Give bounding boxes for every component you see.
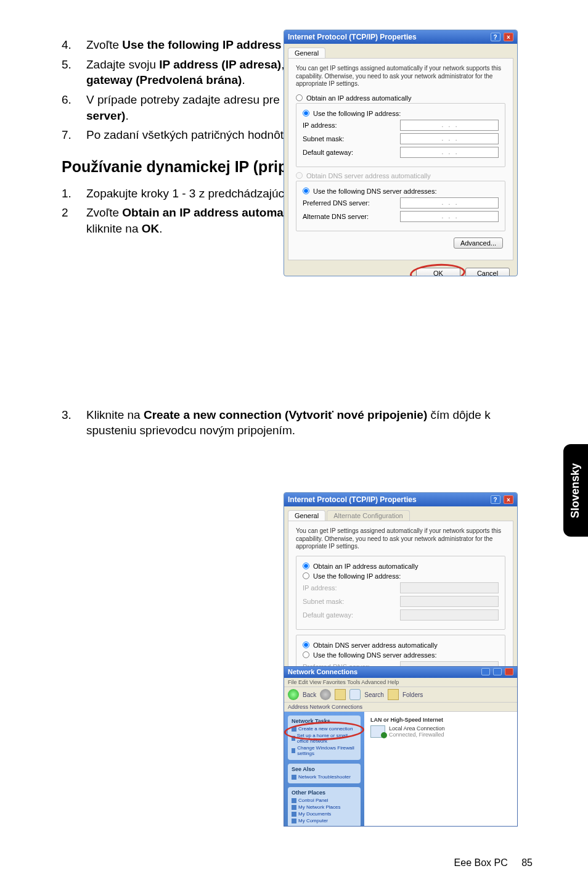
step-number: 2: [62, 205, 86, 236]
cancel-button[interactable]: Cancel: [465, 268, 510, 277]
sidebar-panel-seealso: See Also Network Troubleshooter: [288, 764, 361, 783]
page-footer: Eee Box PC 85: [454, 857, 533, 868]
search-icon[interactable]: [349, 689, 361, 700]
help-icon[interactable]: ?: [491, 495, 500, 504]
menu-bar[interactable]: File Edit View Favorites Tools Advanced …: [284, 678, 517, 687]
connection-icon: [370, 725, 385, 738]
gateway-input: [400, 609, 499, 621]
tab-general[interactable]: General: [288, 47, 325, 58]
connection-item[interactable]: Local Area Connection Connected, Firewal…: [370, 725, 511, 738]
link-firewall[interactable]: Change Windows Firewall settings: [292, 745, 357, 756]
radio-label: Use the following DNS server addresses:: [313, 188, 437, 195]
field-label-mask: Subnet mask:: [303, 598, 344, 605]
radio-input[interactable]: [303, 651, 309, 658]
window-titlebar[interactable]: Network Connections: [284, 667, 517, 678]
advanced-button[interactable]: Advanced...: [454, 237, 503, 249]
folders-label[interactable]: Folders: [402, 691, 423, 698]
link-documents[interactable]: My Documents: [292, 811, 357, 817]
dialog-description: You can get IP settings assigned automat…: [296, 65, 505, 88]
panel-title: See Also: [292, 766, 357, 772]
radio-input[interactable]: [296, 94, 303, 101]
radio-label: Use the following IP address:: [313, 572, 401, 580]
side-tab-label: Slovensky: [570, 463, 582, 518]
radio-use-dns[interactable]: Use the following DNS server addresses:: [303, 188, 499, 195]
radio-use-ip[interactable]: Use the following IP address:: [303, 110, 499, 117]
numbered-list-bot: 3. Kliknite na Create a new connection (…: [62, 407, 530, 439]
preferred-dns-input[interactable]: . . .: [400, 197, 499, 208]
radio-input: [296, 172, 303, 179]
window-title: Network Connections: [288, 668, 357, 677]
close-icon[interactable]: ×: [504, 33, 513, 41]
step-number: 7.: [62, 127, 86, 143]
field-label-ip: IP address:: [303, 584, 337, 592]
radio-label: Use the following IP address:: [313, 110, 401, 117]
dialog-title: Internet Protocol (TCP/IP) Properties: [288, 495, 417, 504]
back-label[interactable]: Back: [303, 691, 316, 698]
tcpip-properties-dialog: Internet Protocol (TCP/IP) Properties ? …: [284, 30, 518, 276]
dialog-titlebar[interactable]: Internet Protocol (TCP/IP) Properties ? …: [284, 493, 517, 506]
panel-title: Network Tasks: [292, 718, 357, 724]
page-number: 85: [521, 857, 533, 868]
step-text: Kliknite na Create a new connection (Vyt…: [86, 407, 530, 439]
forward-icon[interactable]: [320, 689, 331, 700]
address-bar[interactable]: Address Network Connections: [284, 703, 517, 712]
field-label-mask: Subnet mask:: [303, 135, 344, 142]
link-control-panel[interactable]: Control Panel: [292, 798, 357, 803]
dialog-description: You can get IP settings assigned automat…: [296, 527, 505, 551]
up-icon[interactable]: [335, 689, 346, 700]
maximize-icon[interactable]: [493, 668, 502, 675]
link-network-places[interactable]: My Network Places: [292, 804, 357, 810]
link-troubleshooter[interactable]: Network Troubleshooter: [292, 774, 357, 780]
minimize-icon[interactable]: [481, 668, 490, 675]
field-label-adns: Alternate DNS server:: [303, 213, 369, 220]
link-create-connection[interactable]: Create a new connection: [292, 726, 357, 732]
search-label[interactable]: Search: [364, 691, 384, 698]
radio-label: Obtain DNS server address automatically: [313, 642, 438, 649]
task-sidebar: Network Tasks Create a new connection Se…: [284, 712, 364, 827]
radio-obtain-ip[interactable]: Obtain an IP address automatically: [303, 563, 499, 570]
back-icon[interactable]: [288, 689, 299, 700]
ip-address-input: [400, 582, 499, 593]
step-number: 4.: [62, 37, 86, 53]
help-icon[interactable]: ?: [491, 33, 500, 41]
radio-obtain-dns[interactable]: Obtain DNS server address automatically: [303, 642, 499, 649]
sidebar-panel-other: Other Places Control Panel My Network Pl…: [288, 787, 361, 827]
step-number: 3.: [62, 407, 86, 439]
dialog-titlebar[interactable]: Internet Protocol (TCP/IP) Properties ? …: [284, 30, 517, 44]
radio-obtain-ip[interactable]: Obtain an IP address automatically: [296, 94, 505, 102]
section-heading: LAN or High-Speed Internet: [370, 717, 511, 723]
ip-address-input[interactable]: . . .: [400, 120, 499, 131]
footer-device: Eee Box PC: [454, 857, 508, 868]
close-icon[interactable]: ×: [504, 495, 513, 504]
radio-label: Use the following DNS server addresses:: [313, 651, 437, 659]
close-icon[interactable]: [505, 668, 513, 675]
radio-input[interactable]: [303, 188, 309, 194]
connections-pane: LAN or High-Speed Internet Local Area Co…: [364, 712, 517, 827]
sidebar-panel-tasks: Network Tasks Create a new connection Se…: [288, 716, 361, 760]
radio-label: Obtain an IP address automatically: [306, 94, 411, 102]
radio-use-ip[interactable]: Use the following IP address:: [303, 572, 499, 580]
tab-general[interactable]: General: [288, 510, 325, 521]
radio-input[interactable]: [303, 110, 309, 117]
radio-use-dns[interactable]: Use the following DNS server addresses:: [303, 651, 499, 659]
tab-alternate[interactable]: Alternate Configuration: [327, 510, 410, 521]
step-number: 6.: [62, 92, 86, 123]
dialog-title: Internet Protocol (TCP/IP) Properties: [288, 33, 417, 41]
gateway-input[interactable]: . . .: [400, 147, 499, 158]
toolbar: Back Search Folders: [284, 687, 517, 703]
link-setup-network[interactable]: Set up a home or small office network: [292, 733, 357, 744]
radio-input[interactable]: [303, 642, 309, 648]
subnet-mask-input[interactable]: . . .: [400, 133, 499, 144]
link-computer[interactable]: My Computer: [292, 818, 357, 823]
radio-input[interactable]: [303, 563, 309, 569]
step-number: 1.: [62, 186, 86, 202]
network-connections-window: Network Connections File Edit View Favor…: [284, 666, 518, 827]
panel-title: Other Places: [292, 790, 357, 796]
ok-button[interactable]: OK: [416, 268, 460, 277]
radio-label: Obtain DNS server address automatically: [306, 172, 431, 179]
alternate-dns-input[interactable]: . . .: [400, 211, 499, 222]
subnet-mask-input: [400, 596, 499, 607]
connection-status: Connected, Firewalled: [389, 732, 445, 738]
folders-icon[interactable]: [388, 689, 399, 700]
radio-input[interactable]: [303, 572, 309, 579]
